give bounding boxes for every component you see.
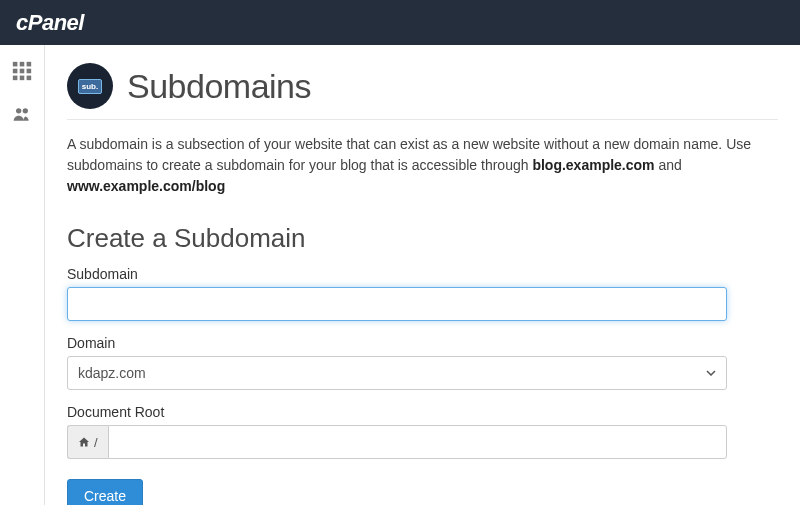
document-root-label: Document Root xyxy=(67,404,778,420)
desc-bold1: blog.example.com xyxy=(532,157,654,173)
page-description: A subdomain is a subsection of your webs… xyxy=(67,134,778,197)
top-header: cPanel xyxy=(0,0,800,45)
desc-mid: and xyxy=(655,157,682,173)
svg-rect-6 xyxy=(13,76,18,81)
domain-select[interactable]: kdapz.com xyxy=(67,356,727,390)
svg-point-10 xyxy=(23,108,28,113)
users-icon[interactable] xyxy=(10,103,34,127)
domain-group: Domain kdapz.com xyxy=(67,335,778,390)
domain-label: Domain xyxy=(67,335,778,351)
document-root-input-group: / xyxy=(67,425,727,459)
svg-rect-4 xyxy=(20,69,25,74)
svg-rect-0 xyxy=(13,62,18,67)
svg-rect-7 xyxy=(20,76,25,81)
subdomain-input[interactable] xyxy=(67,287,727,321)
svg-rect-5 xyxy=(27,69,32,74)
document-root-slash: / xyxy=(94,435,98,450)
main-content: sub. Subdomains A subdomain is a subsect… xyxy=(45,45,800,505)
document-root-prefix: / xyxy=(67,425,108,459)
section-title: Create a Subdomain xyxy=(67,223,778,254)
main-layout: sub. Subdomains A subdomain is a subsect… xyxy=(0,45,800,505)
svg-rect-3 xyxy=(13,69,18,74)
page-title: Subdomains xyxy=(127,67,311,106)
svg-rect-8 xyxy=(27,76,32,81)
desc-bold2: www.example.com/blog xyxy=(67,178,225,194)
page-title-row: sub. Subdomains xyxy=(67,63,778,120)
home-icon xyxy=(78,436,90,448)
subdomain-group: Subdomain xyxy=(67,266,778,321)
document-root-input[interactable] xyxy=(108,425,727,459)
svg-rect-1 xyxy=(20,62,25,67)
sidebar xyxy=(0,45,45,505)
apps-grid-icon[interactable] xyxy=(10,59,34,83)
document-root-group: Document Root / xyxy=(67,404,778,459)
create-button[interactable]: Create xyxy=(67,479,143,505)
subdomains-page-icon: sub. xyxy=(67,63,113,109)
svg-rect-2 xyxy=(27,62,32,67)
brand-logo: cPanel xyxy=(16,10,84,36)
svg-point-9 xyxy=(16,108,21,113)
page-icon-text: sub. xyxy=(78,79,102,94)
subdomain-label: Subdomain xyxy=(67,266,778,282)
